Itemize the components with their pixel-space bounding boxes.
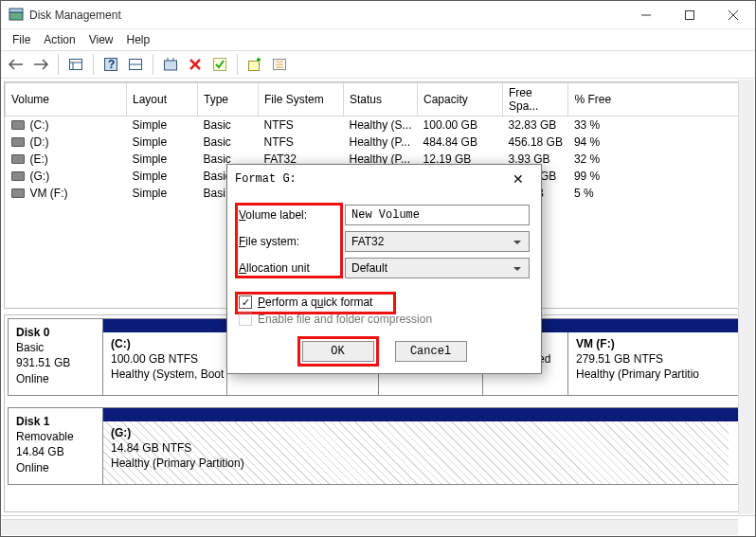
menu-help[interactable]: Help	[127, 33, 151, 46]
compression-label: Enable file and folder compression	[258, 313, 432, 326]
properties-icon[interactable]	[268, 53, 291, 76]
col-capacity[interactable]: Capacity	[418, 83, 503, 116]
menubar: File Action View Help	[1, 29, 755, 50]
horizontal-scrollbar[interactable]	[2, 519, 738, 535]
new-partition-icon[interactable]	[243, 53, 266, 76]
drive-icon	[11, 171, 25, 181]
svg-text:?: ?	[108, 58, 115, 71]
disk-stripe	[103, 408, 747, 421]
quick-format-checkbox[interactable]: ✓	[239, 295, 252, 309]
allocation-unit-select[interactable]: Default	[345, 258, 530, 278]
menu-file[interactable]: File	[12, 33, 30, 46]
titlebar: Disk Management	[1, 1, 755, 29]
svg-rect-3	[686, 10, 694, 19]
window-title: Disk Management	[29, 9, 624, 22]
col-status[interactable]: Status	[344, 83, 418, 116]
col-layout[interactable]: Layout	[127, 83, 198, 116]
volume-label-label: Volume label:	[239, 208, 345, 222]
settings-icon[interactable]	[159, 53, 182, 76]
partition[interactable]: (G:)14.84 GB NTFSHealthy (Primary Partit…	[103, 421, 729, 484]
disk-summary: Disk 0Basic931.51 GBOnline	[9, 319, 103, 395]
disk-summary: Disk 1Removable14.84 GBOnline	[9, 408, 103, 484]
close-button[interactable]	[711, 1, 755, 29]
minimize-button[interactable]	[624, 1, 668, 29]
volume-label-input[interactable]	[345, 205, 530, 225]
dialog-close-button[interactable]: ✕	[503, 171, 533, 187]
file-system-label: File system:	[239, 235, 345, 248]
compression-checkbox	[239, 313, 252, 326]
cancel-button[interactable]: Cancel	[395, 341, 467, 362]
help-icon[interactable]: ?	[99, 53, 122, 76]
svg-rect-13	[165, 61, 177, 70]
col-fs[interactable]: File System	[259, 83, 344, 116]
dialog-titlebar: Format G: ✕	[227, 165, 541, 193]
toolbar: ?	[1, 50, 755, 79]
layout-icon[interactable]	[124, 53, 147, 76]
svg-rect-0	[9, 12, 23, 20]
svg-rect-1	[9, 9, 23, 12]
col-type[interactable]: Type	[198, 83, 259, 116]
col-volume[interactable]: Volume	[6, 83, 127, 116]
file-system-select[interactable]: FAT32	[345, 231, 530, 252]
svg-rect-17	[249, 62, 260, 71]
delete-icon[interactable]	[184, 53, 207, 76]
forward-button[interactable]	[29, 53, 52, 76]
menu-view[interactable]: View	[89, 33, 114, 46]
vertical-scrollbar[interactable]	[738, 80, 754, 514]
partition[interactable]: VM (F:)279.51 GB NTFSHealthy (Primary Pa…	[567, 332, 729, 395]
drive-icon	[11, 188, 25, 198]
disk-management-window: Disk Management File Action View Help ?	[0, 0, 756, 537]
col-pctfree[interactable]: % Free	[568, 83, 751, 116]
quick-format-label: Perform a quick format	[258, 295, 372, 309]
svg-rect-6	[70, 60, 82, 70]
back-button[interactable]	[5, 53, 27, 76]
allocation-unit-label: Allocation unit	[239, 261, 345, 275]
dialog-title: Format G:	[235, 172, 503, 186]
maximize-button[interactable]	[668, 1, 711, 29]
view-toggle-icon[interactable]	[64, 53, 87, 76]
check-icon[interactable]	[208, 53, 231, 76]
drive-icon	[11, 154, 25, 164]
app-icon	[9, 8, 24, 23]
volume-row[interactable]: (D:)SimpleBasicNTFSHealthy (P...484.84 G…	[6, 134, 751, 151]
menu-action[interactable]: Action	[44, 33, 75, 46]
drive-icon	[11, 120, 25, 130]
format-dialog: Format G: ✕ Volume label: File system: F…	[226, 164, 542, 374]
partition[interactable]: (C:)100.00 GB NTFSHealthy (System, Boot	[103, 332, 226, 395]
col-free[interactable]: Free Spa...	[503, 83, 568, 116]
ok-button[interactable]: OK	[302, 341, 374, 362]
disk-row: Disk 1Removable14.84 GBOnline(G:)14.84 G…	[8, 407, 748, 485]
volume-row[interactable]: (C:)SimpleBasicNTFSHealthy (S...100.00 G…	[6, 116, 751, 134]
drive-icon	[11, 137, 25, 147]
